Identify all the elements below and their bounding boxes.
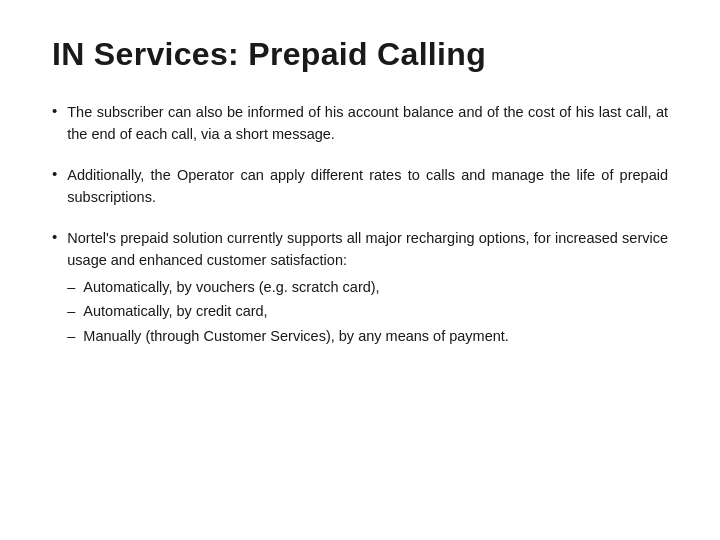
sub-bullet-dash-3: – (67, 325, 75, 347)
sub-bullet-text-1: Automatically, by vouchers (e.g. scratch… (83, 276, 379, 298)
bullet-dot-2: • (52, 165, 57, 182)
bullet-item-3: • Nortel's prepaid solution currently su… (52, 227, 668, 347)
sub-bullet-text-2: Automatically, by credit card, (83, 300, 267, 322)
bullet-text-2: Additionally, the Operator can apply dif… (67, 164, 668, 209)
bullet-dot-1: • (52, 102, 57, 119)
sub-bullet-item-3: – Manually (through Customer Services), … (67, 325, 668, 347)
content-area: • The subscriber can also be informed of… (52, 101, 668, 510)
slide: IN Services: Prepaid Calling • The subsc… (0, 0, 720, 540)
slide-title: IN Services: Prepaid Calling (52, 36, 668, 73)
bullet-dot-3: • (52, 228, 57, 245)
sub-bullet-dash-2: – (67, 300, 75, 322)
sub-bullet-item-1: – Automatically, by vouchers (e.g. scrat… (67, 276, 668, 298)
sub-bullet-item-2: – Automatically, by credit card, (67, 300, 668, 322)
bullet-text-3-main: Nortel's prepaid solution currently supp… (67, 230, 668, 268)
bullet-item-2: • Additionally, the Operator can apply d… (52, 164, 668, 209)
bullet-text-3: Nortel's prepaid solution currently supp… (67, 227, 668, 347)
bullet-text-1: The subscriber can also be informed of h… (67, 101, 668, 146)
sub-bullet-text-3: Manually (through Customer Services), by… (83, 325, 509, 347)
bullet-item-1: • The subscriber can also be informed of… (52, 101, 668, 146)
sub-bullets-3: – Automatically, by vouchers (e.g. scrat… (67, 276, 668, 347)
sub-bullet-dash-1: – (67, 276, 75, 298)
